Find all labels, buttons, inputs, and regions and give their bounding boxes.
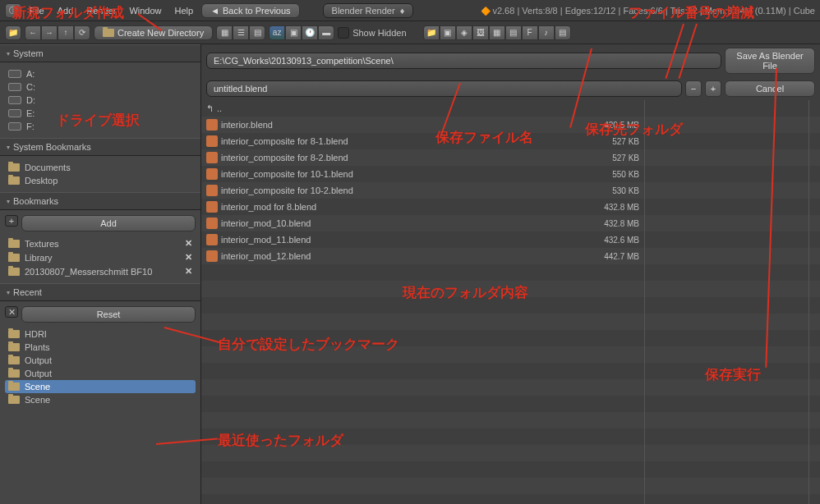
display-list-icon[interactable]: ☰ [233, 25, 249, 40]
display-short-icon[interactable]: ▦ [216, 25, 233, 40]
add-bookmark-button[interactable]: Add [21, 215, 196, 231]
filebrowser-icon[interactable]: 📁 [5, 25, 21, 40]
filter-sound-icon[interactable]: ♪ [538, 25, 555, 40]
filter-folder-icon[interactable]: 📁 [423, 25, 440, 40]
recent-item[interactable]: Plants [5, 341, 196, 354]
menu-add[interactable]: Add [53, 4, 79, 17]
recent-item[interactable]: Output [5, 354, 196, 367]
recent-item[interactable]: HDRI [5, 328, 196, 341]
nav-refresh-icon[interactable]: ⟳ [74, 25, 90, 40]
drive-item[interactable]: E: [5, 107, 196, 120]
blend-file-icon [206, 135, 218, 147]
sort-time-icon[interactable]: 🕐 [302, 25, 318, 40]
cancel-button[interactable]: Cancel [725, 80, 815, 97]
info-icon[interactable]: ⓘ [5, 3, 21, 18]
filter-image-icon[interactable]: 🖼 [472, 25, 489, 40]
file-row[interactable]: interior_mod_12.blend442.7 MB [201, 248, 644, 264]
file-row[interactable]: interior_composite for 10-1.blend550 KB [201, 166, 644, 182]
file-row[interactable]: interior_composite for 8-1.blend527 KB [201, 133, 644, 149]
folder-icon [8, 176, 20, 185]
folder-icon [8, 163, 20, 172]
remove-bookmark-icon[interactable]: ✕ [185, 252, 192, 263]
drive-icon [8, 83, 21, 91]
menu-render[interactable]: Render [81, 4, 121, 17]
drive-icon [8, 122, 21, 131]
show-hidden-checkbox[interactable] [338, 27, 349, 39]
system-bookmark-item[interactable]: Desktop [5, 174, 196, 187]
show-hidden-label: Show Hidden [352, 28, 406, 38]
filter-font-icon[interactable]: F [522, 25, 538, 40]
drive-item[interactable]: C: [5, 80, 196, 94]
folder-icon [8, 356, 20, 364]
render-engine-dropdown[interactable]: Blender Render♦ [323, 3, 414, 18]
drive-item[interactable]: A: [5, 67, 196, 80]
menu-help[interactable]: Help [170, 4, 199, 17]
filename-decrement-button[interactable]: − [685, 80, 702, 97]
bookmarks-header[interactable]: Bookmarks [0, 192, 200, 210]
filename-input[interactable] [206, 80, 682, 97]
drive-icon [8, 109, 21, 117]
save-as-button[interactable]: Save As Blender File [725, 48, 815, 74]
display-thumb-icon[interactable]: ▤ [249, 25, 265, 40]
recent-header[interactable]: Recent [0, 283, 200, 301]
bookmark-item[interactable]: Textures✕ [5, 236, 196, 250]
remove-bookmark-icon[interactable]: ✕ [185, 266, 192, 277]
folder-icon [8, 240, 20, 248]
nav-forward-icon[interactable]: → [41, 25, 58, 40]
blend-file-icon [206, 201, 218, 213]
recent-item[interactable]: Scene [5, 393, 196, 406]
add-bookmark-plus-icon[interactable]: + [5, 215, 18, 227]
file-row[interactable]: interior_mod_10.blend432.8 MB [201, 215, 644, 231]
scene-stats: 🔶 v2.68 | Verts:8/8 | Edges:12/12 | Face… [481, 6, 815, 16]
system-panel-header[interactable]: System [0, 44, 200, 62]
filter-blend-icon[interactable]: ▣ [440, 25, 456, 40]
reset-recent-x-icon[interactable]: ✕ [5, 306, 18, 318]
recent-item[interactable]: Output [5, 367, 196, 380]
bookmark-item[interactable]: 20130807_Messerschmitt BF10✕ [5, 264, 196, 278]
remove-bookmark-icon[interactable]: ✕ [185, 238, 192, 249]
folder-icon [103, 29, 114, 37]
system-bookmarks-header[interactable]: System Bookmarks [0, 138, 200, 156]
nav-up-icon[interactable]: ↑ [58, 25, 74, 40]
menu-window[interactable]: Window [124, 4, 166, 17]
bookmark-item[interactable]: Library✕ [5, 250, 196, 264]
folder-icon [8, 330, 20, 338]
file-row[interactable]: interior_composite for 8-2.blend527 KB [201, 149, 644, 166]
folder-icon [8, 254, 20, 262]
back-to-previous-button[interactable]: ◄Back to Previous [201, 3, 299, 18]
filter-movie-icon[interactable]: ▦ [489, 25, 505, 40]
reset-recent-button[interactable]: Reset [21, 306, 196, 323]
sort-alpha-icon[interactable]: az [269, 25, 285, 40]
sort-ext-icon[interactable]: ▣ [285, 25, 302, 40]
drive-icon [8, 96, 21, 104]
system-bookmark-item[interactable]: Documents [5, 161, 196, 174]
folder-icon [8, 396, 20, 404]
menu-file[interactable]: File [25, 4, 49, 17]
blend-file-icon [206, 119, 218, 131]
filter-script-icon[interactable]: ▤ [505, 25, 522, 40]
up-arrow-icon: ↰ [206, 103, 214, 114]
filter-text-icon[interactable]: ▤ [555, 25, 571, 40]
folder-icon [8, 268, 20, 276]
folder-icon [8, 369, 20, 378]
recent-item[interactable]: Scene [5, 380, 196, 393]
blend-file-icon [206, 185, 218, 196]
create-directory-button[interactable]: Create New Directory [94, 25, 213, 40]
file-row[interactable]: interior_mod for 8.blend432.8 MB [201, 199, 644, 215]
parent-directory-row[interactable]: ↰.. [201, 100, 644, 117]
blend-file-icon [206, 152, 218, 163]
drive-item[interactable]: F: [5, 120, 196, 133]
back-arrow-icon: ◄ [210, 6, 219, 16]
file-row[interactable]: interior.blend420.5 MB [201, 117, 644, 133]
nav-back-icon[interactable]: ← [25, 25, 41, 40]
filename-increment-button[interactable]: + [705, 80, 721, 97]
file-row[interactable]: interior_composite for 10-2.blend530 KB [201, 182, 644, 199]
sort-size-icon[interactable]: ▬ [318, 25, 334, 40]
directory-path-input[interactable] [206, 53, 721, 69]
file-row[interactable]: interior_mod_11.blend432.6 MB [201, 231, 644, 248]
blend-file-icon [206, 250, 218, 262]
drive-item[interactable]: D: [5, 94, 196, 107]
folder-icon [8, 343, 20, 351]
updown-icon: ♦ [400, 6, 405, 16]
filter-backup-icon[interactable]: ◈ [456, 25, 472, 40]
